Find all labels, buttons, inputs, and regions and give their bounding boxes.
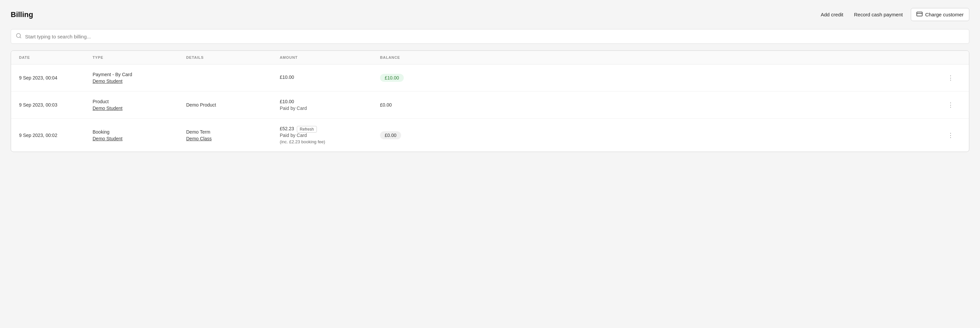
col-actions: [945, 55, 961, 59]
row3-more-button[interactable]: ⋮: [945, 130, 956, 140]
row3-details-main: Demo Term: [186, 129, 280, 135]
col-amount: AMOUNT: [280, 55, 380, 59]
row1-balance-value: £10.00: [380, 74, 404, 82]
svg-line-3: [20, 37, 21, 38]
table-row: 9 Sep 2023, 00:02 Booking Demo Student D…: [11, 119, 969, 152]
search-icon: [16, 33, 22, 40]
page-title: Billing: [11, 10, 33, 19]
row3-type-main: Booking: [92, 129, 186, 135]
row2-date: 9 Sep 2023, 00:03: [19, 102, 92, 108]
row3-amount-note: (inc. £2.23 booking fee): [280, 139, 380, 144]
billing-table: DATE TYPE DETAILS AMOUNT BALANCE 9 Sep 2…: [11, 51, 969, 152]
row2-type-main: Product: [92, 99, 186, 104]
refresh-badge[interactable]: Refresh: [297, 126, 317, 133]
charge-customer-button[interactable]: Charge customer: [911, 8, 969, 21]
row2-details: Demo Product: [186, 102, 280, 108]
search-bar: [11, 29, 969, 44]
row1-amount: £10.00: [280, 74, 380, 81]
row2-amount-sub: Paid by Card: [280, 106, 380, 111]
col-details: DETAILS: [186, 55, 280, 59]
table-header: DATE TYPE DETAILS AMOUNT BALANCE: [11, 51, 969, 65]
row1-type-main: Payment - By Card: [92, 72, 186, 77]
row3-amount-main: £52.23: [280, 126, 294, 131]
row1-more: ⋮: [945, 73, 961, 83]
page-header: Billing Add credit Record cash payment C…: [11, 8, 969, 21]
row1-date: 9 Sep 2023, 00:04: [19, 75, 92, 81]
col-date: DATE: [19, 55, 92, 59]
row3-more: ⋮: [945, 130, 961, 140]
record-cash-button[interactable]: Record cash payment: [851, 10, 905, 19]
row2-details-main: Demo Product: [186, 102, 280, 108]
row2-type-link[interactable]: Demo Student: [92, 106, 123, 111]
row3-details-sub[interactable]: Demo Class: [186, 136, 212, 141]
add-credit-button[interactable]: Add credit: [818, 10, 846, 19]
row3-balance: £0.00: [380, 131, 945, 139]
row1-type: Payment - By Card Demo Student: [92, 72, 186, 84]
row2-more: ⋮: [945, 100, 961, 110]
row2-amount: £10.00 Paid by Card: [280, 99, 380, 111]
row3-type: Booking Demo Student: [92, 129, 186, 141]
table-row: 9 Sep 2023, 00:03 Product Demo Student D…: [11, 92, 969, 119]
col-type: TYPE: [92, 55, 186, 59]
row2-type: Product Demo Student: [92, 99, 186, 111]
table-row: 9 Sep 2023, 00:04 Payment - By Card Demo…: [11, 65, 969, 92]
row1-more-button[interactable]: ⋮: [945, 73, 956, 83]
svg-rect-0: [917, 12, 923, 16]
row1-balance: £10.00: [380, 74, 945, 82]
row3-type-link[interactable]: Demo Student: [92, 136, 123, 141]
row3-balance-value: £0.00: [380, 131, 401, 139]
row2-amount-main: £10.00: [280, 99, 380, 104]
search-input[interactable]: [25, 34, 964, 40]
card-icon: [916, 11, 923, 18]
row3-date: 9 Sep 2023, 00:02: [19, 133, 92, 138]
col-balance: BALANCE: [380, 55, 945, 59]
row2-more-button[interactable]: ⋮: [945, 100, 956, 110]
row2-balance-value: £0.00: [380, 102, 392, 108]
row1-amount-main: £10.00: [280, 74, 380, 80]
row3-amount: £52.23 Refresh Paid by Card (inc. £2.23 …: [280, 126, 380, 144]
charge-customer-label: Charge customer: [925, 12, 964, 17]
row1-type-link[interactable]: Demo Student: [92, 79, 123, 84]
row3-details: Demo Term Demo Class: [186, 129, 280, 141]
row2-balance: £0.00: [380, 102, 945, 108]
header-actions: Add credit Record cash payment Charge cu…: [818, 8, 969, 21]
row3-amount-sub: Paid by Card: [280, 133, 380, 138]
